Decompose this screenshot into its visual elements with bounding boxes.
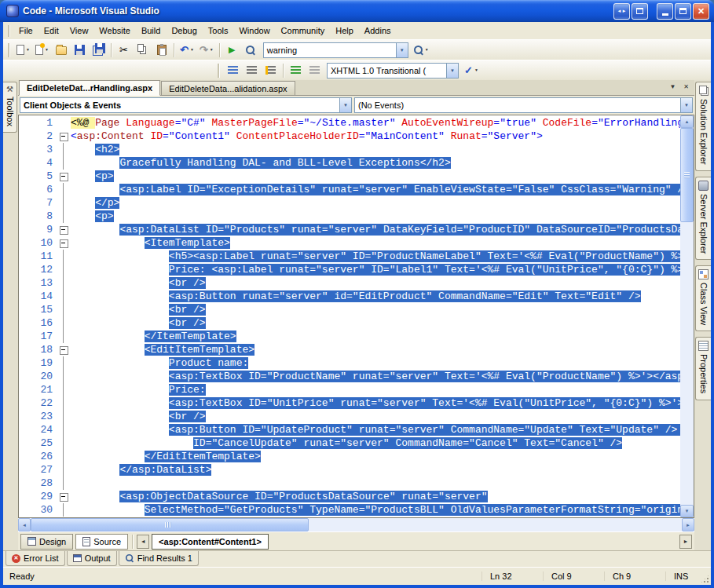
code-line[interactable]: 16 <br /> [19,316,680,330]
code-line[interactable]: 30 SelectMethod="GetProducts" TypeName="… [19,503,680,517]
panel-tab-find-results[interactable]: Find Results 1 [119,551,199,566]
menu-view[interactable]: View [64,24,94,37]
menu-file[interactable]: File [13,24,38,37]
panel-tab-output[interactable]: Output [67,551,117,566]
code-line[interactable]: 7 </p> [19,196,680,210]
horizontal-scroll-thumb[interactable] [31,518,309,531]
fold-toggle-icon[interactable] [60,343,71,356]
code-line[interactable]: 11 <h5><asp:Label runat="server" ID="Pro… [19,250,680,263]
code-line[interactable]: 17 </ItemTemplate> [19,330,680,343]
code-line[interactable]: 2<asp:Content ID="Content1" ContentPlace… [19,130,680,143]
code-line[interactable]: 20 <asp:TextBox ID="ProductName" runat="… [19,370,680,383]
code-line[interactable]: 4 Gracefully Handling DAL- and BLL-Level… [19,156,680,170]
uncomment-button[interactable] [306,62,324,79]
find-in-files-button[interactable] [242,42,260,59]
sidebar-tab-server-explorer[interactable]: Server Explorer [695,177,711,260]
sidebar-tab-solution-explorer[interactable]: Solution Explorer [695,82,711,171]
tab-close-button[interactable]: ✕ [680,81,692,93]
sidebar-tab-class-view[interactable]: Class View [695,265,711,331]
find-combobox[interactable]: warning ▼ [263,42,408,58]
horizontal-scrollbar[interactable]: ◄ ► [18,518,694,531]
tag-nav-left-button[interactable]: ◄ [137,535,149,549]
toolbar-grip[interactable] [8,43,10,57]
menu-community[interactable]: Community [276,24,331,37]
decrease-indent-button[interactable] [243,62,261,79]
design-view-button[interactable]: Design [20,534,73,550]
fold-toggle-icon[interactable] [60,170,71,183]
tag-breadcrumb[interactable]: <asp:Content#Content1> [152,534,269,550]
fold-toggle-icon[interactable] [60,236,71,250]
fold-toggle-icon[interactable] [60,490,71,503]
save-button[interactable] [71,42,89,59]
comment-button[interactable] [287,62,305,79]
find-next-button[interactable]: ▼ [412,42,431,59]
tag-nav-right-button[interactable]: ► [679,535,692,549]
vertical-scroll-thumb[interactable] [680,128,694,222]
source-view-button[interactable]: Source [75,534,128,550]
code-line[interactable]: 19 Product name: [19,356,680,370]
menu-edit[interactable]: Edit [38,24,64,37]
code-line[interactable]: 1<%@ Page Language="C#" MasterPageFile="… [19,116,680,130]
object-dropdown[interactable]: Client Objects & Events ▼ [20,97,352,113]
code-line[interactable]: 22 <asp:TextBox ID="UnitPrice" runat="se… [19,396,680,410]
cut-button[interactable]: ✂ [115,42,133,59]
code-line[interactable]: 24 <asp:Button ID="UpdateProduct" runat=… [19,423,680,436]
code-line[interactable]: 29 <asp:ObjectDataSource ID="ProductsDat… [19,490,680,503]
menubar-grip[interactable] [8,25,10,37]
dropdown-arrow-icon[interactable]: ▼ [446,64,458,78]
undo-button[interactable]: ↶▼ [178,42,196,59]
code-line[interactable]: 14 <asp:Button runat="server" id="EditPr… [19,290,680,303]
save-all-button[interactable] [90,42,108,59]
code-line[interactable]: 25 ID="CancelUpdate" runat="server" Comm… [19,436,680,450]
code-line[interactable]: 6 <asp:Label ID="ExceptionDetails" runat… [19,183,680,196]
format-document-button[interactable] [224,62,242,79]
titlebar[interactable]: Code - Microsoft Visual Studio ◄► ✕ [0,0,714,22]
code-line[interactable]: 3 <h2> [19,143,680,156]
code-line[interactable]: 28 [19,477,680,490]
scroll-down-button[interactable]: ▼ [680,505,694,517]
fold-toggle-icon[interactable] [60,130,71,143]
events-dropdown[interactable]: (No Events) ▼ [354,97,693,113]
doctype-combobox[interactable]: XHTML 1.0 Transitional ( ▼ [327,63,459,79]
dropdown-arrow-icon[interactable]: ▼ [339,98,351,112]
scroll-up-button[interactable]: ▲ [680,115,694,128]
restore-button[interactable] [675,3,691,20]
monitor-swap-button[interactable]: ◄► [613,3,630,20]
minimize-button[interactable] [657,3,673,20]
horizontal-scroll-track[interactable] [31,518,682,531]
scroll-left-button[interactable]: ◄ [18,518,31,531]
add-item-button[interactable]: ▼ [33,42,51,59]
code-line[interactable]: 9 <asp:DataList ID="Products" runat="ser… [19,223,680,236]
open-file-button[interactable] [52,42,70,59]
menu-build[interactable]: Build [136,24,166,37]
dropdown-arrow-icon[interactable]: ▼ [680,98,692,112]
code-line[interactable]: 15 <br /> [19,303,680,316]
aux-window-button[interactable] [632,3,648,20]
tab-errorhandling-aspx[interactable]: EditDeleteDat...rHandling.aspx [19,80,160,96]
code-line[interactable]: 10 <ItemTemplate> [19,236,680,250]
menu-help[interactable]: Help [330,24,359,37]
code-line[interactable]: 18 <EditItemTemplate> [19,343,680,356]
increase-indent-button[interactable] [262,62,280,79]
menu-debug[interactable]: Debug [166,24,202,37]
new-file-button[interactable]: ▼ [14,42,32,59]
sidebar-tab-toolbox[interactable]: ⚒ Toolbox [3,82,17,133]
menu-window[interactable]: Window [233,24,275,37]
redo-button[interactable]: ↷▼ [197,42,216,59]
code-line[interactable]: 5 <p> [19,170,680,183]
code-line[interactable]: 21 Price: [19,383,680,396]
menu-website[interactable]: Website [93,24,136,37]
menu-tools[interactable]: Tools [203,24,234,37]
code-editor[interactable]: 1<%@ Page Language="C#" MasterPageFile="… [19,115,680,517]
code-line[interactable]: 13 <br /> [19,276,680,290]
code-line[interactable]: 12 Price: <asp:Label runat="server" ID="… [19,263,680,276]
paste-button[interactable] [152,42,170,59]
code-line[interactable]: 8 <p> [19,210,680,223]
close-button[interactable]: ✕ [693,3,709,20]
start-debug-button[interactable]: ▶ [223,42,241,59]
code-line[interactable]: 26 </EditItemTemplate> [19,450,680,463]
dropdown-arrow-icon[interactable]: ▼ [396,43,408,57]
scroll-right-button[interactable]: ► [682,518,694,531]
vertical-scrollbar[interactable]: ▲ ▼ [680,115,694,517]
check-style-button[interactable]: ✓▼ [462,62,481,79]
